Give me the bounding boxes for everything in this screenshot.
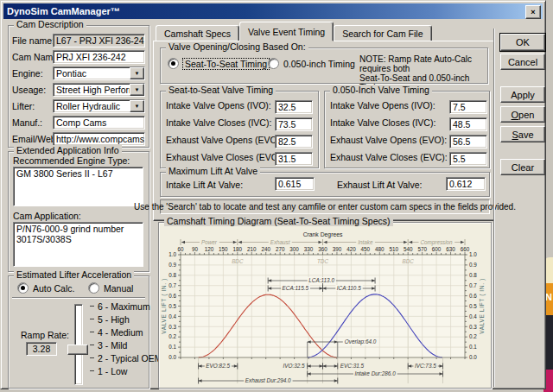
cam-name-input[interactable]: PRJ XFI 236-242 (53, 50, 145, 64)
svg-text:0.0: 0.0 (168, 354, 176, 360)
slider-scale-5: 5 - High (90, 313, 147, 326)
svg-text:630: 630 (446, 246, 455, 252)
seat-timing-group: Seat-to-Seat Valve Timing Intake Valve O… (160, 91, 319, 168)
svg-text:Intake Dur:286.0: Intake Dur:286.0 (354, 370, 396, 376)
useage-label: Useage: (12, 85, 53, 95)
svg-text:600: 600 (432, 246, 442, 252)
close-icon[interactable]: × (525, 5, 541, 19)
svg-text:IVC:73.5: IVC:73.5 (415, 363, 436, 369)
svg-text:510: 510 (389, 246, 398, 252)
svg-text:BDC: BDC (403, 258, 415, 264)
background-letter: N (545, 292, 552, 302)
seat-to-seat-radio[interactable]: Seat-To-Seat Timing (168, 58, 269, 69)
engine-label: Engine: (12, 68, 53, 79)
inch-timing-input-0[interactable]: 7.5 (449, 100, 487, 114)
svg-text:360: 360 (318, 246, 327, 252)
useage-dropdown-icon[interactable]: ▼ (130, 84, 144, 96)
note-line-1: NOTE: Ramp Rate Auto-Calc requires both (359, 54, 486, 73)
svg-text:1.0: 1.0 (168, 251, 176, 257)
divider (493, 28, 495, 387)
svg-text:0.4: 0.4 (168, 313, 176, 319)
save-button[interactable]: Save (500, 126, 545, 142)
lifter-dropdown-icon[interactable]: ▼ (130, 100, 144, 112)
intake-lift-label: Intake Lift At Valve: (166, 180, 243, 190)
intake-lift-input[interactable]: 0.615 (275, 177, 315, 191)
inch-timing-input-3[interactable]: 5.5 (449, 152, 487, 166)
inch-timing-input-2[interactable]: 56.5 (449, 135, 487, 149)
engine-dropdown-icon[interactable]: ▼ (130, 67, 144, 79)
manual-radio[interactable]: Manual (88, 282, 133, 294)
svg-text:420: 420 (346, 246, 356, 252)
svg-text:Overlap:64.0: Overlap:64.0 (345, 338, 377, 345)
inch-timing-group: 0.050-Inch Valve Timing Intake Valve Ope… (324, 91, 490, 168)
slider-tick (90, 357, 94, 358)
svg-text:0.7: 0.7 (469, 282, 477, 288)
svg-text:1.0: 1.0 (469, 251, 477, 257)
title-bar[interactable]: DynoSim CamManager™ × (3, 3, 543, 19)
svg-text:0.8: 0.8 (469, 272, 477, 278)
slider-scale-4: 4 - Medium (90, 326, 147, 338)
seat-timing-input-3[interactable]: 31.5 (275, 152, 313, 166)
seat-timing-input-0[interactable]: 32.5 (275, 100, 313, 114)
radio-circle-icon[interactable] (88, 282, 99, 294)
extended-info-legend: Extended Application Info (14, 145, 122, 155)
svg-text:60: 60 (177, 246, 184, 252)
slider-tick (90, 306, 94, 307)
svg-text:Exhaust Dur:294.0: Exhaust Dur:294.0 (245, 377, 291, 383)
tab-camshaft-specs[interactable]: Camshaft Specs (156, 25, 239, 41)
tab-valve-event-timing[interactable]: Valve Event Timing (239, 22, 334, 41)
svg-text:Exhaust: Exhaust (270, 239, 290, 245)
svg-text:570: 570 (417, 246, 427, 252)
tab-search-for-cam-file[interactable]: Search for Cam File (334, 25, 431, 41)
svg-text:0.9: 0.9 (168, 262, 176, 268)
slider-tick (90, 319, 94, 319)
svg-text:VALVE LIFT ( IN. ): VALVE LIFT ( IN. ) (161, 278, 168, 334)
slider-tick (90, 345, 94, 345)
field-row-cam-name: Cam Name:PRJ XFI 236-242 (12, 48, 145, 65)
manuf-label: Manuf.: (12, 117, 53, 128)
ok-button[interactable]: OK (500, 34, 545, 51)
radio-circle-icon[interactable] (268, 58, 279, 69)
slider-scale-2: 2 - Typical OEM (90, 351, 147, 364)
clear-button[interactable]: Clear (500, 159, 545, 175)
auto-calc-radio[interactable]: Auto Calc. (17, 282, 74, 294)
svg-text:0.6: 0.6 (168, 293, 176, 299)
inch-timing-input-1[interactable]: 48.5 (449, 117, 487, 131)
max-lift-legend: Maximum Lift At Valve (166, 166, 260, 176)
slider-scale-1: 1 - Low (90, 364, 147, 377)
svg-text:90: 90 (192, 246, 199, 252)
field-row-lifter: Lifter:Roller Hydraulic▼ (12, 98, 145, 114)
seat-timing-input-2[interactable]: 82.5 (275, 135, 313, 149)
seat-timing-input-1[interactable]: 73.5 (275, 117, 313, 131)
camshaft-timing-chart: BDCTDCBDC6090120150180210240270300330360… (160, 229, 490, 386)
svg-text:0.2: 0.2 (469, 333, 477, 339)
svg-text:0.5: 0.5 (469, 303, 477, 309)
cam-description-legend: Cam Description (14, 19, 86, 29)
svg-text:Intake: Intake (358, 239, 373, 245)
svg-text:120: 120 (205, 246, 214, 252)
radio-dot-icon[interactable] (17, 282, 29, 294)
engine-type-textarea[interactable]: GM 3800 Series II - L67 (13, 167, 143, 206)
field-row-file-name: File name:L67 - PRJ XFI 236-242.cam (12, 32, 145, 48)
search-note: Use the 'Search' tab to locate and test … (160, 199, 490, 214)
email-web-input[interactable]: http://www.compcams.com (53, 132, 145, 146)
open-button[interactable]: Open (500, 106, 545, 123)
svg-text:150: 150 (219, 246, 228, 252)
ramp-rate-value: 3.28 (26, 342, 57, 356)
exhaust-lift-label: Exhaust Lift At Valve: (337, 180, 422, 190)
cancel-button[interactable]: Cancel (500, 54, 545, 70)
inch-timing-radio[interactable]: 0.050-inch Timing (268, 58, 355, 69)
svg-text:0.2: 0.2 (168, 333, 176, 339)
apply-button[interactable]: Apply (500, 86, 545, 103)
cam-application-label: Cam Application: (13, 211, 81, 221)
cam-application-textarea[interactable]: P/N76-000-9 grind number 3017S/3038S (13, 222, 143, 267)
radio-dot-icon[interactable] (168, 58, 179, 69)
svg-text:0.3: 0.3 (168, 324, 176, 330)
cammanager-dialog: DynoSim CamManager™ × Cam Description Fi… (0, 0, 546, 389)
lifter-slider-thumb[interactable] (67, 345, 88, 355)
svg-text:0.8: 0.8 (168, 272, 176, 278)
file-name-label: File name: (12, 35, 53, 46)
manuf-input[interactable]: Comp Cams (53, 116, 145, 130)
chart-group-legend: Camshaft Timing Diagram (Seat-To-Seat Ti… (164, 216, 393, 226)
exhaust-lift-input[interactable]: 0.612 (446, 177, 486, 191)
